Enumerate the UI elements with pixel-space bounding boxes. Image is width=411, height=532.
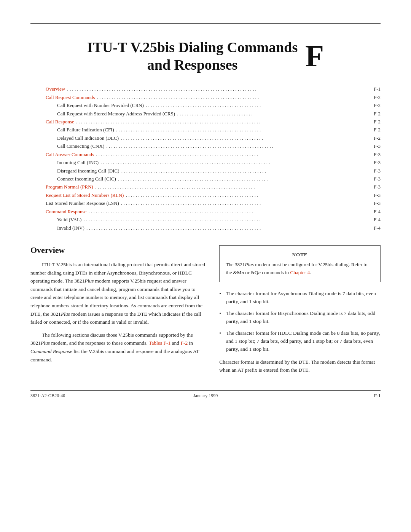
toc-row-inv: Invalid (INV) . . . . . . . . . . . . . … <box>46 224 381 232</box>
content-area: Overview ITU-T V.25bis is an internation… <box>30 245 381 379</box>
toc-label-crs: Call Request with Stored Memory Address … <box>57 110 175 118</box>
toc-page-lsn: F-3 <box>367 199 381 207</box>
toc-dots-rln: . . . . . . . . . . . . . . . . . . . . … <box>124 191 366 199</box>
toc-page-cmdresp: F-4 <box>367 208 381 216</box>
toc-label-callresp[interactable]: Call Response <box>46 118 74 126</box>
bullet-item-bisync: The character format for Bisynchronous D… <box>219 310 381 326</box>
toc-row-callanswer[interactable]: Call Answer Commands . . . . . . . . . .… <box>46 150 381 158</box>
toc-label-prn[interactable]: Program Normal (PRN) <box>46 183 93 191</box>
overview-heading: Overview <box>30 245 208 255</box>
toc-row-crs: Call Request with Stored Memory Address … <box>46 110 381 118</box>
toc-row-inc: Incoming Call (INC) . . . . . . . . . . … <box>46 158 381 166</box>
toc-label-dlc: Delayed Call Indication (DLC) <box>57 134 119 142</box>
toc-page-cnx: F-3 <box>367 142 381 150</box>
page-title: ITU-T V.25bis Dialing Commands and Respo… <box>87 39 298 73</box>
toc-page-overview: F-1 <box>367 85 381 93</box>
toc-dots-crs: . . . . . . . . . . . . . . . . . . . . … <box>176 110 366 118</box>
toc-row-prn[interactable]: Program Normal (PRN) . . . . . . . . . .… <box>46 183 381 191</box>
toc-label-cmdresp[interactable]: Command Response <box>46 208 86 216</box>
toc-page-cfi: F-2 <box>367 126 381 134</box>
toc-label-overview[interactable]: Overview <box>46 85 65 93</box>
toc-label-inc: Incoming Call (INC) <box>57 158 99 166</box>
title-text: ITU-T V.25bis Dialing Commands and Respo… <box>87 39 298 73</box>
toc-label-cnx: Call Connecting (CNX) <box>57 142 104 150</box>
toc-row-cic: Connect Incoming Call (CIC) . . . . . . … <box>46 175 381 183</box>
toc-label-cfi: Call Failure Indication (CFI) <box>57 126 114 134</box>
toc-page-callreq: F-2 <box>367 93 381 101</box>
toc-dots-val: . . . . . . . . . . . . . . . . . . . . … <box>82 216 366 224</box>
toc-page-val: F-4 <box>367 216 381 224</box>
toc-dots-cic: . . . . . . . . . . . . . . . . . . . . … <box>117 175 366 183</box>
left-column: Overview ITU-T V.25bis is an internation… <box>30 245 208 379</box>
toc-page-crn: F-2 <box>367 101 381 109</box>
toc-row-val: Valid (VAL) . . . . . . . . . . . . . . … <box>46 216 381 224</box>
toc-dots-callanswer: . . . . . . . . . . . . . . . . . . . . … <box>95 150 366 158</box>
toc-page-callanswer: F-3 <box>367 150 381 158</box>
toc-page-cic: F-3 <box>367 175 381 183</box>
toc-page-crs: F-2 <box>367 110 381 118</box>
page: ITU-T V.25bis Dialing Commands and Respo… <box>0 23 411 532</box>
toc-row-lsn: List Stored Number Response (LSN) . . . … <box>46 199 381 207</box>
overview-para1: ITU-T V.25bis is an international dialin… <box>30 260 208 326</box>
toc-area: Overview . . . . . . . . . . . . . . . .… <box>46 85 381 232</box>
toc-page-dlc: F-2 <box>367 134 381 142</box>
toc-label-inv: Invalid (INV) <box>57 224 84 232</box>
toc-dots-callresp: . . . . . . . . . . . . . . . . . . . . … <box>75 118 366 126</box>
toc-row-callresp[interactable]: Call Response . . . . . . . . . . . . . … <box>46 118 381 126</box>
toc-label-callanswer[interactable]: Call Answer Commands <box>46 150 94 158</box>
top-rule <box>30 23 381 24</box>
toc-label-crn: Call Request with Number Provided (CRN) <box>57 101 144 109</box>
toc-dots-overview: . . . . . . . . . . . . . . . . . . . . … <box>66 85 366 93</box>
toc-label-callreq[interactable]: Call Request Commands <box>46 93 95 101</box>
toc-dots-inv: . . . . . . . . . . . . . . . . . . . . … <box>85 224 366 232</box>
chapter-letter: F <box>305 41 324 71</box>
toc-dots-callreq: . . . . . . . . . . . . . . . . . . . . … <box>96 93 366 101</box>
note-body: The 3821Plus modem must be configured fo… <box>226 261 374 276</box>
toc-page-inc: F-3 <box>367 158 381 166</box>
toc-dots-cnx: . . . . . . . . . . . . . . . . . . . . … <box>105 142 366 150</box>
footer: 3821-A2-GB20-40 January 1999 F-1 <box>30 390 381 399</box>
toc-row-cfi: Call Failure Indication (CFI) . . . . . … <box>46 126 381 134</box>
toc-page-dic: F-3 <box>367 167 381 175</box>
toc-label-cic: Connect Incoming Call (CIC) <box>57 175 116 183</box>
toc-dots-dic: . . . . . . . . . . . . . . . . . . . . … <box>120 167 366 175</box>
toc-row-rln[interactable]: Request List of Stored Numbers (RLN) . .… <box>46 191 381 199</box>
note-box: NOTE The 3821Plus modem must be configur… <box>219 245 381 282</box>
overview-body: ITU-T V.25bis is an international dialin… <box>30 260 208 364</box>
toc-row-cmdresp[interactable]: Command Response . . . . . . . . . . . .… <box>46 208 381 216</box>
toc-dots-inc: . . . . . . . . . . . . . . . . . . . . … <box>99 158 366 166</box>
toc-row-callreq[interactable]: Call Request Commands . . . . . . . . . … <box>46 93 381 101</box>
toc-row-cnx: Call Connecting (CNX) . . . . . . . . . … <box>46 142 381 150</box>
toc-label-lsn: List Stored Number Response (LSN) <box>46 199 119 207</box>
right-column: NOTE The 3821Plus modem must be configur… <box>219 245 381 379</box>
toc-label-dic: Disregard Incoming Call (DIC) <box>57 167 119 175</box>
bullet-item-async: The character format for Asynchronous Di… <box>219 290 381 306</box>
toc-row-overview[interactable]: Overview . . . . . . . . . . . . . . . .… <box>46 85 381 93</box>
toc-row-crn: Call Request with Number Provided (CRN) … <box>46 101 381 109</box>
footer-page-number: F-1 <box>264 393 381 399</box>
overview-para2: The following sections discuss those V.2… <box>30 331 208 364</box>
toc-row-dic: Disregard Incoming Call (DIC) . . . . . … <box>46 167 381 175</box>
toc-dots-lsn: . . . . . . . . . . . . . . . . . . . . … <box>120 199 366 207</box>
toc-page-inv: F-4 <box>367 224 381 232</box>
title-area: ITU-T V.25bis Dialing Commands and Respo… <box>30 39 381 73</box>
toc-dots-prn: . . . . . . . . . . . . . . . . . . . . … <box>94 183 366 191</box>
toc-dots-cmdresp: . . . . . . . . . . . . . . . . . . . . … <box>87 208 366 216</box>
bullet-list: The character format for Asynchronous Di… <box>219 290 381 353</box>
closing-text: Character format is determined by the DT… <box>219 358 381 374</box>
toc-dots-dlc: . . . . . . . . . . . . . . . . . . . . … <box>119 134 366 142</box>
toc-label-val: Valid (VAL) <box>57 216 81 224</box>
toc-page-callresp: F-2 <box>367 118 381 126</box>
toc-dots-crn: . . . . . . . . . . . . . . . . . . . . … <box>145 101 366 109</box>
toc-label-rln[interactable]: Request List of Stored Numbers (RLN) <box>46 191 124 199</box>
toc-page-prn: F-3 <box>367 183 381 191</box>
footer-doc-number: 3821-A2-GB20-40 <box>30 393 147 399</box>
bullet-item-hdlc: The character format for HDLC Dialing mo… <box>219 329 381 353</box>
note-title: NOTE <box>226 251 374 259</box>
toc-page-rln: F-3 <box>367 191 381 199</box>
toc-row-dlc: Delayed Call Indication (DLC) . . . . . … <box>46 134 381 142</box>
closing-para: Character format is determined by the DT… <box>219 358 381 374</box>
toc-dots-cfi: . . . . . . . . . . . . . . . . . . . . … <box>115 126 366 134</box>
footer-date: January 1999 <box>147 393 264 399</box>
